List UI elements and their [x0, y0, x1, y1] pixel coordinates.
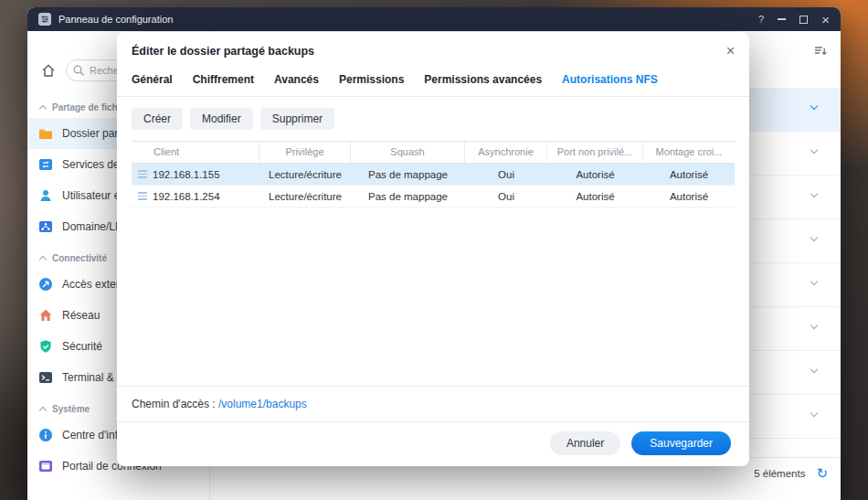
column-header-async[interactable]: Asynchronie	[465, 142, 547, 163]
mount-path-link[interactable]: /volume1/backups	[218, 398, 307, 410]
tab-encryption[interactable]: Chiffrement	[193, 73, 254, 86]
security-shield-icon	[38, 339, 53, 354]
window-title: Panneau de configuration	[58, 14, 173, 25]
home-button[interactable]	[37, 59, 60, 82]
shared-folder-icon	[38, 126, 53, 141]
minimize-icon[interactable]	[778, 18, 786, 20]
save-button[interactable]: Sauvegarder	[631, 431, 731, 455]
column-header-privilege[interactable]: Privilège	[259, 142, 351, 163]
chevron-up-icon	[39, 407, 47, 414]
chevron-down-icon[interactable]	[810, 102, 818, 110]
help-icon[interactable]: ?	[758, 14, 764, 25]
chevron-down-icon[interactable]	[810, 146, 818, 154]
chevron-down-icon[interactable]	[810, 322, 818, 329]
table-header: Client Privilège Squash Asynchronie Port…	[132, 141, 735, 164]
tab-general[interactable]: Général	[132, 73, 173, 86]
tab-advanced-permissions[interactable]: Permissions avancées	[424, 73, 542, 86]
chevron-down-icon[interactable]	[810, 366, 818, 373]
delete-button[interactable]: Supprimer	[260, 108, 334, 130]
search-icon	[72, 64, 85, 77]
chevron-down-icon[interactable]	[810, 278, 818, 285]
maximize-icon[interactable]	[799, 16, 808, 24]
column-header-mount[interactable]: Montage croi...	[643, 142, 735, 163]
chevron-up-icon	[39, 105, 47, 112]
window-titlebar: Panneau de configuration ? ×	[27, 7, 841, 31]
items-count: 5 éléments	[754, 468, 805, 479]
chevron-down-icon[interactable]	[810, 190, 818, 197]
control-panel-icon	[38, 13, 51, 26]
domain-icon	[38, 219, 53, 234]
dialog-title: Éditer le dossier partagé backups	[132, 45, 314, 58]
column-header-client[interactable]: Client	[132, 142, 259, 163]
modify-button[interactable]: Modifier	[190, 108, 253, 130]
sort-icon[interactable]	[813, 44, 828, 59]
column-header-port[interactable]: Port non privilé...	[547, 142, 643, 163]
refresh-icon[interactable]: ↻	[816, 466, 828, 480]
dialog-tabs: Général Chiffrement Avancés Permissions …	[117, 67, 749, 97]
table-row[interactable]: 192.168.1.254 Lecture/écriture Pas de ma…	[132, 186, 735, 207]
cancel-button[interactable]: Annuler	[550, 431, 620, 455]
tab-nfs-permissions[interactable]: Autorisations NFS	[562, 73, 658, 86]
tab-permissions[interactable]: Permissions	[339, 73, 404, 86]
nfs-rules-table: Client Privilège Squash Asynchronie Port…	[132, 141, 735, 207]
file-services-icon	[38, 157, 53, 172]
home-icon	[41, 63, 56, 78]
network-icon	[38, 308, 53, 323]
rule-icon	[138, 192, 147, 200]
edit-shared-folder-dialog: Éditer le dossier partagé backups × Géné…	[117, 32, 749, 466]
chevron-down-icon[interactable]	[810, 234, 818, 241]
chevron-up-icon	[39, 256, 47, 263]
external-access-icon	[38, 277, 53, 292]
user-icon	[38, 188, 53, 203]
chevron-down-icon[interactable]	[810, 410, 818, 417]
create-button[interactable]: Créer	[132, 108, 183, 130]
rule-icon	[138, 170, 147, 178]
login-portal-icon	[38, 459, 53, 473]
terminal-icon	[38, 370, 53, 385]
dialog-close-icon[interactable]: ×	[726, 44, 735, 59]
table-row[interactable]: 192.168.1.155 Lecture/écriture Pas de ma…	[132, 164, 735, 186]
close-icon[interactable]: ×	[821, 13, 830, 27]
column-header-squash[interactable]: Squash	[351, 142, 465, 163]
info-icon	[38, 428, 53, 442]
tab-advanced[interactable]: Avancés	[274, 73, 319, 86]
mount-path: Chemin d'accès : /volume1/backups	[117, 386, 749, 421]
